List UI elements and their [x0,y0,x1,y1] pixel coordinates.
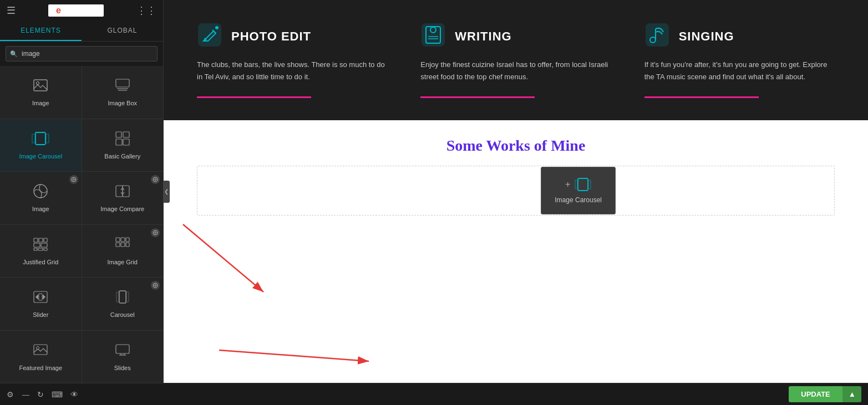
carousel-icon [115,289,130,308]
svg-rect-0 [34,80,47,91]
image-box-icon [115,78,130,96]
tab-global[interactable]: GLOBAL [82,21,163,41]
feature-photo-edit: PHOTO EDIT The clubs, the bars, the live… [197,22,387,98]
plus-icon: + [565,180,570,189]
feature-writing-title: WRITING [420,22,611,51]
dropped-image-carousel-widget[interactable]: + Image Carousel [541,167,616,214]
widget-image-label: Image [32,100,49,106]
svg-rect-11 [123,139,129,145]
widget-justified-grid-label: Justified Grid [23,259,58,265]
feature-singing-title: SINGING [644,22,835,51]
widget-image-compare[interactable]: Image Compare [82,172,164,224]
settings-icon[interactable]: ⚙ [7,390,14,399]
mobile-icon[interactable]: ⌨ [52,390,63,399]
main-area: ☰ elementor ⋮⋮ ELEMENTS GLOBAL [0,0,868,383]
widget-image-grid-label: Image Grid [108,259,138,265]
svg-point-56 [215,26,219,29]
singing-title-text: SINGING [679,29,734,44]
history-icon[interactable]: ↻ [37,390,44,399]
sidebar-tabs: ELEMENTS GLOBAL [0,21,163,42]
svg-rect-2 [116,79,129,87]
justified-grid-icon [33,237,48,255]
update-button-group: UPDATE ▲ [789,386,861,402]
section-title: Some Works of Mine [197,137,835,155]
eye-icon[interactable]: 👁 [70,390,78,399]
svg-rect-35 [116,243,120,247]
widget-image-compare-label: Image Compare [100,206,144,212]
widget-image[interactable]: Image [0,66,82,119]
dropped-widget-icon-row: + [565,177,591,192]
widget-slides[interactable]: Slides [82,331,164,383]
canvas-section-white: Some Works of Mine + Image [164,120,868,383]
svg-point-1 [37,82,39,85]
image-compare-icon [115,183,130,202]
carousel-widget-icon [575,177,591,192]
grid-icon[interactable]: ⋮⋮ [136,4,156,17]
svg-rect-45 [116,292,119,302]
svg-rect-33 [121,238,125,242]
tab-elements[interactable]: ELEMENTS [0,21,82,41]
svg-rect-8 [116,132,121,137]
layers-icon[interactable]: ⸻ [22,390,29,399]
widget-slides-label: Slides [114,365,131,371]
widget-image-box[interactable]: Image Box [82,66,164,119]
svg-rect-9 [123,132,129,137]
app-layout: ☰ elementor ⋮⋮ ELEMENTS GLOBAL [0,0,868,405]
sidebar-collapse-handle[interactable]: ❮ [163,181,170,203]
svg-rect-27 [38,248,43,250]
basic-gallery-icon [115,131,130,150]
image-grid-icon [115,237,130,255]
widget-image-box-label: Image Box [108,100,137,106]
writing-title-text: WRITING [455,29,511,44]
widget-featured-image-label: Featured Image [19,365,62,371]
svg-rect-10 [116,139,122,145]
svg-rect-46 [119,291,126,303]
widget-image-grid[interactable]: Image Grid [82,225,164,278]
widget-slider[interactable]: Slider [0,278,82,330]
svg-rect-32 [116,238,120,242]
canvas-section-dark: PHOTO EDIT The clubs, the bars, the live… [164,0,868,120]
arrows-overlay [164,120,868,383]
svg-rect-25 [41,243,47,247]
search-input[interactable] [6,46,158,61]
svg-rect-36 [121,243,125,247]
svg-rect-41 [39,294,42,300]
svg-rect-37 [126,243,129,247]
wp-badge [69,175,78,184]
widget-featured-image[interactable]: Featured Image [0,331,82,383]
svg-marker-40 [43,294,45,300]
widget-carousel[interactable]: Carousel [82,278,164,330]
widget-image-wp-label: Image [32,206,49,212]
svg-rect-67 [588,180,591,189]
drop-area[interactable]: + Image Carousel [197,166,835,216]
image-icon [33,78,48,96]
svg-line-69 [183,224,263,292]
svg-rect-48 [34,345,47,355]
writing-icon [420,22,446,51]
svg-rect-28 [44,248,47,250]
svg-rect-62 [646,23,669,47]
svg-rect-50 [116,345,129,353]
svg-rect-65 [575,180,577,189]
hamburger-menu[interactable]: ☰ [7,4,16,17]
svg-rect-66 [578,178,588,191]
bottom-bar-left: ⚙ ⸻ ↻ ⌨ 👁 [7,390,78,399]
feature-photo-edit-line [197,96,311,98]
widget-image-carousel[interactable]: Image Carousel [0,119,82,172]
feature-singing-line [644,96,759,98]
svg-rect-7 [46,134,49,143]
feature-singing: SINGING If it's fun you're after, it's f… [644,22,835,98]
svg-rect-26 [34,248,37,250]
svg-rect-24 [34,243,40,247]
featured-image-icon [33,342,48,361]
widget-image-wp[interactable]: Image [0,172,82,224]
wordpress-icon [33,183,48,202]
sidebar-header: ☰ elementor ⋮⋮ [0,0,163,21]
update-dropdown-arrow[interactable]: ▲ [842,386,861,402]
widget-basic-gallery[interactable]: Basic Gallery [82,119,164,172]
svg-rect-21 [34,238,38,242]
sidebar-search-container [0,42,163,66]
image-carousel-icon [32,131,49,150]
widget-justified-grid[interactable]: Justified Grid [0,225,82,278]
update-button[interactable]: UPDATE [789,386,842,402]
